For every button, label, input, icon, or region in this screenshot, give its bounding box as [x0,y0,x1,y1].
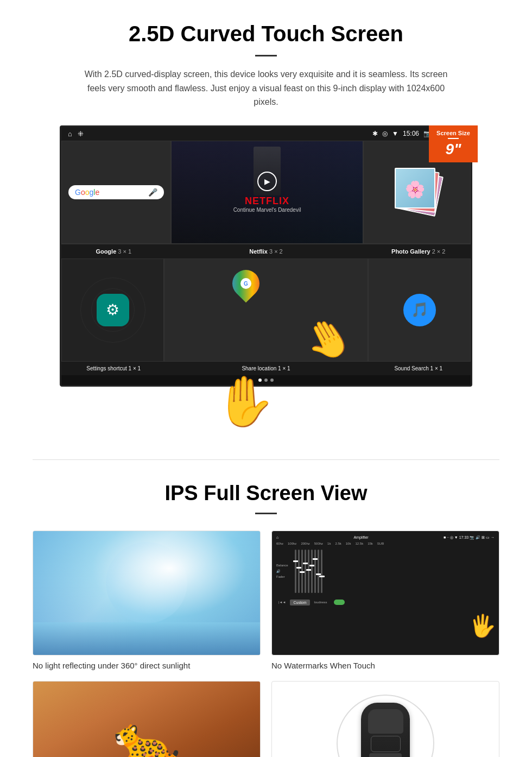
eq-bar-4 [305,547,306,596]
feature-car: ↗ Large Viewing Angle [271,681,499,757]
share-app-name: Share location [242,365,276,371]
gmaps-pin: G [226,264,265,302]
netflix-label: Netflix 3 × 2 [166,247,366,256]
eq-thumb-2 [296,567,302,569]
section1-title: 2.5D Curved Touch Screen [33,22,499,46]
settings-label: Settings shortcut 1 × 1 [61,364,166,373]
google-app-cell[interactable]: Google 🎤 [61,141,171,244]
eq-bar-9 [321,547,322,596]
sound-app-name: Sound Search [394,365,428,371]
badge-underline [448,138,459,139]
eq-slider-6 [311,550,313,593]
feature-cheetah: 🐆 Super Fast Response [33,681,261,757]
eq-bar-6 [311,547,313,596]
eq-thumb-7 [313,558,318,560]
section2-title: IPS Full Screen View [33,482,499,505]
feature-caption-sunlight: No light reflecting under 360° direct su… [33,661,261,670]
sound-search-cell[interactable]: 🎵 [368,258,471,362]
feature-amplifier: ⌂ Amplifier ■ ·· ◎ ▼ 17:33 📷 🔊 ⊠ ▭ → 60h… [271,531,499,670]
feature-img-car: ↗ [271,681,499,757]
amp-controls: Balance 🔊 Fader [276,547,495,596]
location-icon: ◎ [382,130,388,137]
settings-app-size: 1 × 1 [129,365,141,371]
car-top-silhouette [361,703,410,757]
device-screen: ⌂ ⁜ ✱ ◎ ▼ 15:06 📷 🔊 ⊠ ▭ [60,125,472,387]
eq-slider-5 [308,550,309,593]
sunlight-bottom [33,622,260,655]
eq-touch-hand: 🖐 [469,613,496,639]
section1: 2.5D Curved Touch Screen With 2.5D curve… [0,0,532,405]
google-app-name: Google [96,248,116,255]
feature-grid: No light reflecting under 360° direct su… [33,531,499,757]
amp-custom-btn: Custom [290,600,309,605]
eq-thumb-9 [319,576,325,577]
eq-slider-9 [321,550,322,593]
section1-underline [255,55,277,56]
bluetooth-icon: ✱ [372,130,378,137]
amp-title: Amplifier [353,535,368,540]
share-label: Share location 1 × 1 [166,364,366,373]
cheetah-emoji: 🐆 [113,711,181,757]
touch-hand: 🤚 [296,308,359,362]
amp-toggle [334,600,345,605]
eq-bar-5 [308,547,309,596]
eq-bar-8 [318,547,319,596]
app-bottom-row: ⚙ G 🤚 [61,258,471,362]
device-wrapper: Screen Size 9" ⌂ ⁜ ✱ ◎ ▼ 15:06 📷 [60,125,472,387]
amp-header: ⌂ Amplifier ■ ·· ◎ ▼ 17:33 📷 🔊 ⊠ ▭ → [276,535,495,540]
ghost-circle-inner [91,288,135,332]
eq-bar-3 [301,547,303,596]
eq-slider-7 [314,550,316,593]
home-icon[interactable]: ⌂ [68,130,72,138]
settings-cell-inner: ⚙ [62,259,163,361]
eq-thumb-6 [309,565,315,566]
section2-underline [255,513,277,514]
gmaps-icon-wrapper: G [232,270,259,297]
amp-freq-labels: 60hz100hz200hz500hz1k2.5k10k12.5k15kSUB [276,542,495,545]
share-cell-inner: G 🤚 [164,259,368,361]
time-display: 15:06 [403,130,419,137]
eq-thumb-4 [303,563,308,564]
flower-image: 🌸 [396,169,434,209]
amp-footer: |◄◄ Custom loudness [276,597,495,608]
app-labels-bottom: Settings shortcut 1 × 1 Share location 1… [61,362,471,375]
amp-home-icon: ⌂ [276,535,278,540]
gmaps-g: G [240,278,251,289]
wifi-icon: ▼ [392,130,398,137]
badge-label: Screen Size [435,130,471,136]
photo-stack: 🌸 [392,168,441,217]
netflix-logo: NETFLIX [233,195,301,207]
eq-thumb-1 [293,560,299,562]
dot-1 [258,379,262,382]
share-location-cell[interactable]: G 🤚 [164,258,368,362]
amp-side-labels: Balance 🔊 Fader [276,564,293,578]
eq-bar-1 [295,547,296,596]
netflix-content: ▶ NETFLIX Continue Marvel's Daredevil [233,172,301,213]
settings-app-cell[interactable]: ⚙ [61,258,164,362]
eq-bar-7 [314,547,316,596]
sound-app-size: 1 × 1 [430,365,443,371]
netflix-app-cell[interactable]: ▶ NETFLIX Continue Marvel's Daredevil [171,141,363,244]
amp-status: ■ ·· ◎ ▼ 17:33 📷 🔊 ⊠ ▭ → [444,535,495,540]
feature-caption-amplifier: No Watermarks When Touch [271,661,499,670]
dot-3 [270,379,274,382]
screen-badge: Screen Size 9" [429,125,478,162]
gallery-app-name: Photo Gallery [391,248,430,255]
page: 2.5D Curved Touch Screen With 2.5D curve… [0,0,532,757]
car-roof [371,736,401,752]
dot-2 [264,379,268,382]
google-app-size: 3 × 1 [118,248,131,255]
google-search-bar[interactable]: Google 🎤 [68,185,164,199]
eq-slider-4 [305,550,306,593]
google-label: Google 3 × 1 [61,247,166,256]
photo-card-front: 🌸 [395,168,435,209]
page-dots [61,375,471,385]
netflix-play-button[interactable]: ▶ [257,172,277,191]
eq-slider-3 [301,550,303,593]
section2: IPS Full Screen View No light reflecting… [0,482,532,757]
feature-sunlight: No light reflecting under 360° direct su… [33,531,261,670]
section1-description: With 2.5D curved-display screen, this de… [76,67,456,109]
eq-thumb-5 [306,569,312,571]
eq-thumb-8 [316,573,321,575]
sound-search-icon: 🎵 [403,294,436,326]
